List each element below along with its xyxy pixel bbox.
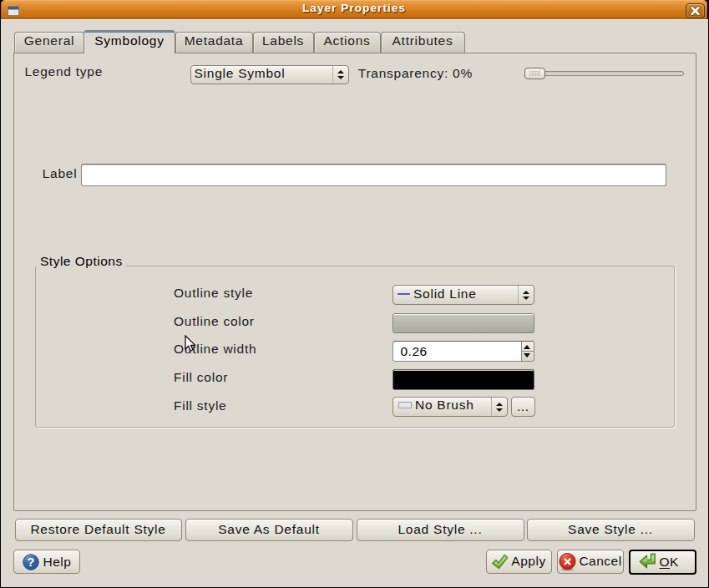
svg-text:?: ? (27, 555, 35, 569)
